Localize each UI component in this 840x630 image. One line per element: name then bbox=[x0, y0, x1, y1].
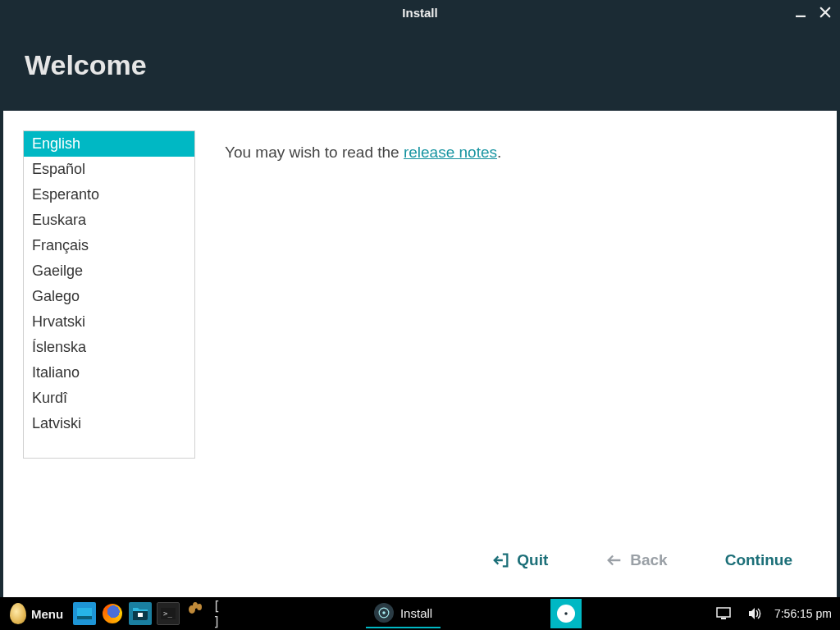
content-area: EnglishEspañolEsperantoEuskaraFrançaisGa… bbox=[3, 111, 837, 597]
language-option[interactable]: Euskara bbox=[24, 208, 194, 233]
footer-buttons: Quit Back Continue bbox=[23, 535, 817, 578]
svg-rect-0 bbox=[796, 16, 806, 17]
svg-text:>_: >_ bbox=[163, 609, 172, 618]
svg-rect-11 bbox=[721, 618, 726, 619]
info-suffix: . bbox=[497, 144, 501, 161]
taskbar-right: 7:56:15 pm bbox=[712, 602, 840, 625]
display-tray-icon[interactable] bbox=[712, 602, 735, 625]
language-option[interactable]: Italiano bbox=[24, 360, 194, 386]
task-label: Install bbox=[400, 606, 432, 620]
taskbar: Menu >_ [ ] Install bbox=[0, 597, 840, 630]
file-manager-icon[interactable] bbox=[129, 602, 152, 625]
back-arrow-icon bbox=[605, 551, 623, 569]
terminal-icon[interactable]: >_ bbox=[157, 602, 180, 625]
svg-rect-2 bbox=[77, 616, 92, 619]
volume-tray-icon[interactable] bbox=[743, 602, 766, 625]
minimize-button[interactable] bbox=[792, 4, 809, 21]
window-title: Install bbox=[402, 6, 437, 20]
language-option[interactable]: Íslenska bbox=[24, 335, 194, 360]
menu-button[interactable]: Menu bbox=[5, 603, 68, 624]
language-option[interactable]: Hrvatski bbox=[24, 309, 194, 335]
back-label: Back bbox=[630, 551, 667, 569]
taskbar-task-secondary[interactable] bbox=[550, 599, 582, 628]
menu-label: Menu bbox=[31, 607, 63, 621]
taskbar-task-install[interactable]: Install bbox=[366, 599, 441, 628]
close-button[interactable] bbox=[817, 4, 833, 21]
language-option[interactable]: Français bbox=[24, 233, 194, 258]
language-option[interactable]: Galego bbox=[24, 284, 194, 309]
installer-window: Install Welcome EnglishEspañolEsperantoE… bbox=[0, 0, 840, 597]
header: Welcome bbox=[0, 25, 840, 111]
titlebar[interactable]: Install bbox=[0, 0, 840, 25]
svg-point-9 bbox=[564, 612, 568, 615]
taskbar-left: Menu >_ [ ] bbox=[0, 602, 235, 625]
page-title: Welcome bbox=[25, 49, 815, 81]
back-button: Back bbox=[605, 551, 667, 569]
main-row: EnglishEspañolEsperantoEuskaraFrançaisGa… bbox=[23, 130, 817, 535]
language-option[interactable]: Español bbox=[24, 157, 194, 182]
show-desktop-icon[interactable] bbox=[73, 602, 96, 625]
language-list[interactable]: EnglishEspañolEsperantoEuskaraFrançaisGa… bbox=[23, 130, 195, 459]
language-option[interactable]: Latviski bbox=[24, 411, 194, 436]
language-option[interactable]: Gaeilge bbox=[24, 258, 194, 284]
secondary-task-icon bbox=[557, 605, 575, 623]
clock[interactable]: 7:56:15 pm bbox=[774, 607, 832, 620]
continue-label: Continue bbox=[725, 551, 792, 569]
svg-rect-3 bbox=[138, 613, 143, 617]
svg-rect-10 bbox=[717, 608, 730, 617]
info-text: You may wish to read the release notes. bbox=[225, 130, 817, 535]
language-option[interactable]: English bbox=[24, 131, 194, 157]
continue-button[interactable]: Continue bbox=[725, 551, 792, 569]
taskbar-center: Install bbox=[235, 599, 712, 628]
language-option[interactable]: Kurdî bbox=[24, 386, 194, 411]
workspace-switcher[interactable]: [ ] bbox=[212, 602, 235, 625]
release-notes-link[interactable]: release notes bbox=[404, 144, 497, 161]
paw-icon[interactable] bbox=[185, 602, 208, 625]
quit-button[interactable]: Quit bbox=[492, 551, 548, 569]
svg-point-7 bbox=[382, 611, 386, 614]
language-option[interactable]: Esperanto bbox=[24, 182, 194, 208]
window-controls bbox=[792, 0, 833, 25]
info-prefix: You may wish to read the bbox=[225, 144, 404, 161]
install-task-icon bbox=[374, 603, 394, 623]
firefox-icon[interactable] bbox=[101, 602, 124, 625]
quit-label: Quit bbox=[517, 551, 548, 569]
distro-logo-icon bbox=[10, 603, 26, 624]
quit-icon bbox=[492, 551, 510, 569]
